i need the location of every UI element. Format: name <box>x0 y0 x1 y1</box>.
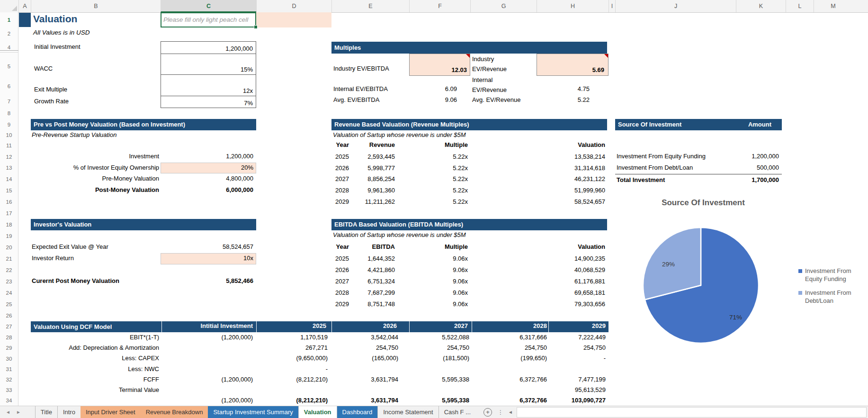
column-header-K[interactable]: K <box>736 0 786 12</box>
row-number-22[interactable]: 22 <box>0 264 18 276</box>
legend-line: Investment From <box>805 267 851 274</box>
column-header-F[interactable]: F <box>409 0 470 12</box>
row-number-21[interactable]: 21 <box>0 253 18 264</box>
column-header-B[interactable]: B <box>31 0 161 12</box>
column-header-E[interactable]: E <box>331 0 409 12</box>
row-number-1[interactable]: 1 <box>0 12 18 27</box>
row-number-20[interactable]: 20 <box>0 242 18 253</box>
row-number-18[interactable]: 18 <box>0 219 18 230</box>
sheet-tab[interactable]: Title <box>35 406 57 418</box>
multiples-label: InternalEV/Revenue <box>472 75 529 95</box>
row-value[interactable]: 20% <box>161 164 253 171</box>
legend-line: Investment From <box>805 289 851 296</box>
sheet-tab[interactable]: Dashboard <box>337 406 378 418</box>
column-header-L[interactable]: L <box>786 0 814 12</box>
hscroll-left-icon[interactable]: ◄ <box>508 409 513 415</box>
row-number-7[interactable]: 7 <box>0 95 18 108</box>
row-number-24[interactable]: 24 <box>0 287 18 299</box>
row-number-9[interactable]: 9 <box>0 119 18 130</box>
dcf-row-label <box>31 395 159 406</box>
row-number-25[interactable]: 25 <box>0 299 18 310</box>
ebitda-valuation-header: EBITDA Based Valuation (EBITDA Multiples… <box>331 219 607 230</box>
dcf-cell <box>159 353 253 363</box>
revenue-valuation-header: Revenue Based Valuation (Revenue Multipl… <box>331 119 607 130</box>
row-number-8[interactable]: 8 <box>0 108 18 119</box>
dcf-cell <box>547 364 606 374</box>
dcf-cell: 3,542,044 <box>328 332 398 343</box>
column-header-D[interactable]: D <box>256 0 331 12</box>
peach-input-cell-d1[interactable] <box>256 12 331 27</box>
row-number-13[interactable]: 13 <box>0 163 18 173</box>
selection-fill-handle[interactable] <box>254 25 258 29</box>
sheet-tab[interactable]: Intro <box>57 406 81 418</box>
sheet-tab[interactable]: Valuation <box>298 406 337 418</box>
dcf-table-row: Less: NWC - <box>31 364 606 374</box>
row-number-27[interactable]: 27 <box>0 321 18 332</box>
dcf-cell: 254,750 <box>328 343 398 353</box>
wacc-cell[interactable]: 15% <box>161 54 256 75</box>
row-number-6[interactable]: 6 <box>0 78 18 95</box>
dcf-cell: 254,750 <box>398 343 469 353</box>
column-header-C[interactable]: C <box>161 0 256 12</box>
row-number-32[interactable]: 32 <box>0 374 18 385</box>
selected-cell-c1[interactable]: Please fill only light peach cell <box>161 12 256 27</box>
industry-ev-revenue-cell[interactable]: 5.69 <box>537 54 608 76</box>
dcf-cell <box>328 385 398 395</box>
sheet-tab[interactable]: Cash F ... <box>438 406 476 418</box>
legend-entry-debt[interactable]: Investment FromDebt/Loan <box>798 289 851 305</box>
year-cell: 2027 <box>302 276 349 287</box>
industry-ev-ebitda-value: 12.03 <box>451 66 467 73</box>
sheet-tab[interactable]: Input Driver Sheet <box>81 406 141 418</box>
row-number-2[interactable]: 2 <box>0 27 18 40</box>
sheet-tab[interactable]: Revenue Breakdown <box>141 406 208 418</box>
tab-scroll-right-icon[interactable]: ► <box>16 409 21 415</box>
source-of-investment-pie-chart: 29% 71% <box>639 224 767 352</box>
row-number-17[interactable]: 17 <box>0 208 18 219</box>
row-number-30[interactable]: 30 <box>0 354 18 364</box>
horizontal-scrollbar[interactable] <box>517 407 867 418</box>
dcf-cell: 1,170,519 <box>253 332 328 343</box>
dcf-cell <box>159 364 253 374</box>
tab-scroll-left-icon[interactable]: ◄ <box>6 409 10 415</box>
column-header-J[interactable]: J <box>615 0 736 12</box>
add-sheet-icon[interactable]: + <box>483 408 492 417</box>
investors-valuation-header: Investor's Valuation <box>31 219 256 230</box>
row-number-19[interactable]: 19 <box>0 230 18 242</box>
column-header-M[interactable]: M <box>814 0 852 12</box>
column-header-A[interactable]: A <box>18 0 31 12</box>
ebitda-cell: 6,751,324 <box>349 276 395 287</box>
row-number-34[interactable]: 34 <box>0 395 18 406</box>
title-accent-cell[interactable] <box>19 13 31 27</box>
row-number-15[interactable]: 15 <box>0 185 18 196</box>
column-header-G[interactable]: G <box>470 0 537 12</box>
row-number-11[interactable]: 11 <box>0 140 18 151</box>
row-number-10[interactable]: 10 <box>0 130 18 140</box>
row-number-29[interactable]: 29 <box>0 343 18 354</box>
growth-rate-cell[interactable]: 7% <box>161 96 256 108</box>
industry-ev-ebitda-cell[interactable]: 12.03 <box>409 54 470 76</box>
column-header-H[interactable]: H <box>537 0 608 12</box>
initial-investment-cell[interactable]: 1,200,000 <box>161 42 256 54</box>
tab-options-dots-icon[interactable]: ⋮ <box>498 409 503 416</box>
row-number-33[interactable]: 33 <box>0 385 18 395</box>
select-all-corner[interactable] <box>0 0 19 12</box>
legend-entry-equity[interactable]: Investment FromEquity Funding <box>798 267 851 283</box>
row-number-4[interactable]: 4 <box>0 40 18 55</box>
row-number-31[interactable]: 31 <box>0 364 18 374</box>
sheet-tab[interactable]: Income Statement <box>377 406 438 418</box>
row-number-23[interactable]: 23 <box>0 276 18 287</box>
row-number-16[interactable]: 16 <box>0 196 18 208</box>
ebitda-table-row: 2025 1,644,352 9.06x 14,900,235 <box>302 253 607 264</box>
sheet-tab[interactable]: Startup Investment Summary <box>208 406 298 418</box>
row-number-26[interactable]: 26 <box>0 310 18 321</box>
dcf-cell: (8,212,210) <box>253 374 328 385</box>
row-number-12[interactable]: 12 <box>0 151 18 163</box>
row-number-5[interactable]: 5 <box>0 55 18 78</box>
source-row-label: Investment From Equity Funding <box>617 153 706 160</box>
row-number-14[interactable]: 14 <box>0 173 18 185</box>
dcf-cell: 6,372,766 <box>469 374 547 385</box>
column-header-I[interactable]: I <box>608 0 615 12</box>
exit-multiple-cell[interactable]: 12x <box>161 75 256 96</box>
row-number-28[interactable]: 28 <box>0 332 18 343</box>
row-value[interactable]: 10x <box>161 254 253 262</box>
